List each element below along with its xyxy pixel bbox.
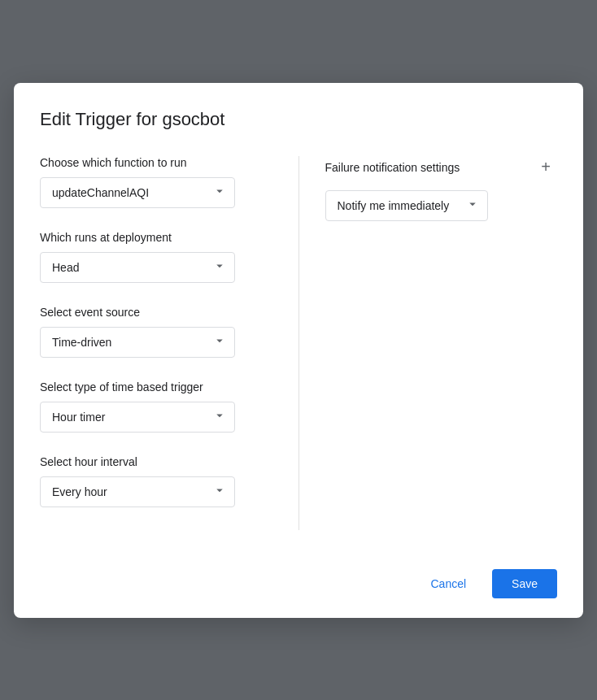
add-notification-button[interactable]: + [534,156,557,179]
left-panel: Choose which function to run updateChann… [40,156,299,530]
cancel-button[interactable]: Cancel [414,569,482,598]
save-button[interactable]: Save [492,569,557,598]
event-source-select-wrapper: Time-driven [40,327,235,358]
deployment-section: Which runs at deployment Head [40,231,272,283]
notify-select[interactable]: Notify me immediately [325,190,488,221]
right-panel: Failure notification settings + Notify m… [299,156,558,530]
time-type-select[interactable]: Hour timer [40,402,235,433]
dialog-footer: Cancel Save [40,556,557,598]
hour-interval-section: Select hour interval Every hour [40,455,272,507]
failure-notification-title: Failure notification settings [325,161,460,174]
dialog-body: Choose which function to run updateChann… [40,156,557,530]
function-label: Choose which function to run [40,156,272,169]
function-select[interactable]: updateChannelAQI [40,177,235,208]
function-select-wrapper: updateChannelAQI [40,177,235,208]
deployment-label: Which runs at deployment [40,231,272,244]
event-source-section: Select event source Time-driven [40,306,272,358]
dialog-title: Edit Trigger for gsocbot [40,109,557,130]
edit-trigger-dialog: Edit Trigger for gsocbot Choose which fu… [14,83,583,618]
deployment-select-wrapper: Head [40,252,235,283]
failure-header: Failure notification settings + [325,156,558,179]
hour-interval-label: Select hour interval [40,455,272,468]
hour-interval-select-wrapper: Every hour [40,476,235,507]
time-type-section: Select type of time based trigger Hour t… [40,380,272,433]
event-source-select[interactable]: Time-driven [40,327,235,358]
function-section: Choose which function to run updateChann… [40,156,272,208]
hour-interval-select[interactable]: Every hour [40,476,235,507]
deployment-select[interactable]: Head [40,252,235,283]
time-type-label: Select type of time based trigger [40,380,272,393]
notify-select-wrapper: Notify me immediately [325,190,488,221]
event-source-label: Select event source [40,306,272,319]
time-type-select-wrapper: Hour timer [40,402,235,433]
